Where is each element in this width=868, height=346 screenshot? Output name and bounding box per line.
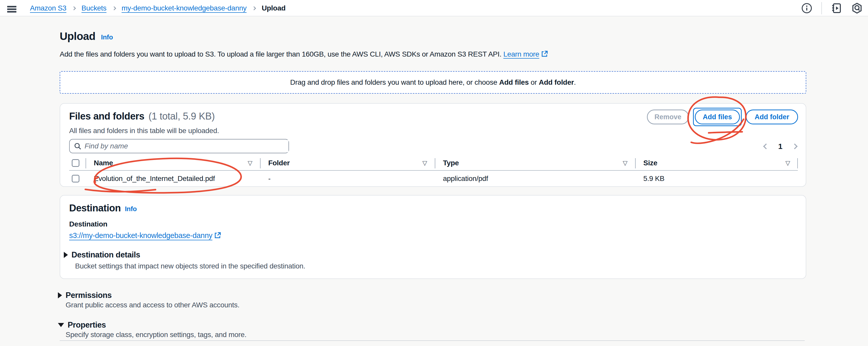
breadcrumb: Amazon S3 Buckets my-demo-bucket-knowled… (30, 0, 285, 16)
file-folder-cell: - (260, 175, 435, 183)
page-description: Add the files and folders you want to up… (60, 50, 548, 59)
destination-panel: Destination Info Destination s3://my-dem… (60, 195, 806, 279)
add-files-focus-ring: Add files (693, 108, 742, 126)
files-panel-title: Files and folders (69, 111, 144, 122)
sort-icon[interactable]: ▽ (785, 160, 790, 167)
row-checkbox[interactable] (72, 175, 80, 182)
files-panel-subtitle: All files and folders in this table will… (69, 127, 219, 135)
select-all-checkbox[interactable] (72, 159, 80, 167)
s3-upload-page: { "topnav": { "breadcrumb": [ { "label":… (0, 0, 868, 346)
files-panel-counter: (1 total, 5.9 KB) (148, 111, 215, 122)
pagination: 1 (764, 142, 797, 151)
previous-page-icon[interactable] (763, 144, 769, 149)
destination-details-toggle[interactable]: Destination details (64, 250, 140, 260)
chevron-right-icon (252, 6, 256, 10)
destination-field-label: Destination (69, 220, 107, 228)
breadcrumb-bucket-name[interactable]: my-demo-bucket-knowledgebase-danny (122, 4, 247, 12)
drag-and-drop-zone[interactable]: Drag and drop files and folders you want… (60, 71, 806, 94)
tutorials-notebook-icon[interactable] (831, 2, 842, 14)
destination-bucket-link[interactable]: s3://my-demo-bucket-knowledgebase-danny (69, 231, 212, 240)
properties-toggle[interactable]: Properties (58, 320, 106, 330)
column-divider (86, 158, 86, 168)
expand-right-icon (64, 252, 68, 258)
topbar-actions (801, 0, 863, 16)
column-header-name[interactable]: Name ▽ (86, 156, 260, 170)
add-folder-button[interactable]: Add folder (746, 109, 798, 125)
destination-details-description: Bucket settings that impact new objects … (75, 262, 305, 270)
permissions-description: Grant public access and access to other … (66, 301, 240, 309)
files-and-folders-panel: Files and folders (1 total, 5.9 KB) All … (60, 103, 806, 187)
page-info-link[interactable]: Info (101, 33, 113, 42)
hamburger-menu-icon[interactable] (7, 6, 17, 12)
external-link-icon (214, 232, 221, 240)
breadcrumb-amazon-s3[interactable]: Amazon S3 (30, 4, 66, 12)
column-divider (797, 158, 798, 168)
files-table-header: Name ▽ Folder ▽ Type ▽ Size ▽ (69, 156, 798, 171)
permissions-toggle[interactable]: Permissions (58, 291, 112, 300)
page-number[interactable]: 1 (778, 142, 782, 151)
column-header-type[interactable]: Type ▽ (435, 156, 635, 170)
file-type-cell: application/pdf (435, 175, 635, 183)
find-by-name-search[interactable] (69, 139, 289, 153)
chevron-right-icon (72, 6, 76, 10)
amazon-q-icon[interactable] (851, 2, 863, 14)
table-row: Evolution_of_the_Internet_Detailed.pdf -… (69, 171, 798, 186)
next-page-icon[interactable] (792, 144, 798, 149)
column-divider (435, 158, 435, 168)
info-icon[interactable] (801, 2, 813, 14)
section-divider (60, 340, 805, 341)
chevron-right-icon (112, 6, 116, 10)
search-icon (74, 142, 82, 150)
select-all-cell (69, 159, 86, 167)
sort-icon[interactable]: ▽ (423, 160, 427, 167)
sort-icon[interactable]: ▽ (623, 160, 627, 167)
column-header-folder[interactable]: Folder ▽ (260, 156, 435, 170)
breadcrumb-current-upload: Upload (261, 4, 285, 12)
external-link-icon (541, 50, 548, 59)
learn-more-link[interactable]: Learn more (503, 50, 539, 58)
column-divider (260, 158, 260, 168)
topbar-divider (822, 2, 822, 14)
breadcrumb-buckets[interactable]: Buckets (82, 4, 106, 12)
expand-right-icon (58, 292, 62, 299)
page-title: Upload (60, 30, 95, 42)
row-select-cell (69, 175, 86, 182)
properties-description: Specify storage class, encryption settin… (66, 331, 246, 339)
top-navigation-bar: Amazon S3 Buckets my-demo-bucket-knowled… (0, 0, 868, 16)
expand-down-icon (58, 323, 64, 327)
column-divider (635, 158, 636, 168)
search-input[interactable] (85, 140, 288, 152)
file-size-cell: 5.9 KB (635, 175, 798, 183)
column-header-size[interactable]: Size ▽ (635, 156, 798, 170)
destination-title: Destination (69, 203, 121, 214)
destination-info-link[interactable]: Info (125, 205, 136, 214)
files-table: Name ▽ Folder ▽ Type ▽ Size ▽ (69, 156, 798, 186)
add-files-button[interactable]: Add files (695, 109, 740, 125)
main-content: Upload Info Add the files and folders yo… (60, 16, 806, 346)
sort-icon[interactable]: ▽ (248, 160, 252, 167)
file-name-cell: Evolution_of_the_Internet_Detailed.pdf (86, 175, 260, 183)
remove-button[interactable]: Remove (647, 109, 689, 125)
